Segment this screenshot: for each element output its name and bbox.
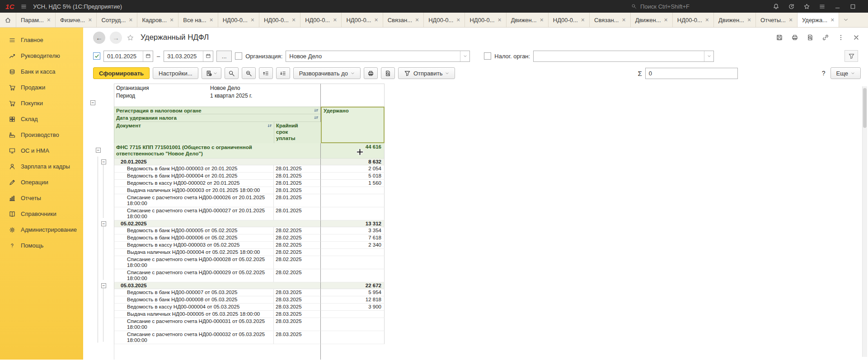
tab-1[interactable]: Парам...× xyxy=(16,13,56,27)
global-search[interactable]: Поиск Ctrl+Shift+F xyxy=(631,3,767,10)
tab-4[interactable]: Кадров...× xyxy=(137,13,178,27)
sidebar-item-catalogs[interactable]: Справочники xyxy=(0,206,83,222)
tab-close-icon[interactable]: × xyxy=(705,17,709,23)
withhold-date-header-cell[interactable]: Дата удержания налога xyxy=(114,114,320,122)
find-clear-button[interactable] xyxy=(242,67,256,79)
filter-settings-button[interactable] xyxy=(845,50,858,62)
tab-close-icon[interactable]: × xyxy=(88,17,92,23)
save-icon[interactable] xyxy=(776,34,783,41)
deadline-cell[interactable]: 28.02.2025 xyxy=(273,242,321,249)
deadline-cell[interactable]: 28.02.2025 xyxy=(273,269,321,282)
minimize-icon[interactable] xyxy=(834,3,841,10)
document-cell[interactable]: Ведомость в кассу НД00-000003 от 05.02.2… xyxy=(114,242,273,249)
document-cell[interactable]: Ведомость в банк НД00-000007 от 05.03.20… xyxy=(114,289,273,296)
tab-list-button[interactable] xyxy=(839,13,853,27)
tab-close-icon[interactable]: × xyxy=(540,17,544,23)
document-cell[interactable]: Выдача наличных НД00-000004 от 05.02.202… xyxy=(114,249,273,256)
tax-authority-combo[interactable] xyxy=(533,51,714,62)
tab-close-icon[interactable]: × xyxy=(456,17,460,23)
print-preview-icon[interactable] xyxy=(807,34,814,41)
link-icon[interactable] xyxy=(822,34,829,41)
amount-cell[interactable] xyxy=(321,207,385,220)
deadline-cell[interactable]: 28.02.2025 xyxy=(273,256,321,269)
amount-cell[interactable]: 5 954 xyxy=(321,289,385,296)
period-more-button[interactable]: ... xyxy=(216,51,232,62)
maximize-icon[interactable] xyxy=(849,3,856,10)
more-actions-icon[interactable] xyxy=(837,34,845,41)
tab-14[interactable]: НД00-0...× xyxy=(549,13,590,27)
tab-close-icon[interactable]: × xyxy=(830,17,834,23)
printer-icon[interactable] xyxy=(791,34,798,41)
fns-total-cell[interactable]: 44 616 xyxy=(321,143,385,159)
deadline-cell[interactable]: 28.03.2025 xyxy=(273,296,321,304)
sidebar-item-operations[interactable]: Операции xyxy=(0,174,83,190)
tab-9[interactable]: НД00-0...× xyxy=(342,13,383,27)
tab-2[interactable]: Физиче...× xyxy=(56,13,97,27)
collapse-group-icon[interactable]: − xyxy=(101,159,106,164)
favorites-icon[interactable] xyxy=(803,3,810,10)
service-menu-icon[interactable] xyxy=(819,3,826,10)
tab-12[interactable]: НД00-0...× xyxy=(465,13,506,27)
tax-authority-checkbox[interactable] xyxy=(484,52,491,60)
deadline-cell[interactable]: 28.02.2025 xyxy=(273,227,321,234)
combo-dropdown-button[interactable] xyxy=(704,51,713,61)
fns-name-cell[interactable]: ФНС 7715 КПП 771501001 (Общество с огран… xyxy=(114,143,321,159)
tab-close-icon[interactable]: × xyxy=(129,17,132,23)
amount-cell[interactable]: 3 900 xyxy=(321,304,385,311)
tab-close-icon[interactable]: × xyxy=(210,17,213,23)
amount-cell[interactable]: 12 818 xyxy=(321,296,385,304)
autosum-field[interactable]: 0 xyxy=(645,68,738,79)
document-cell[interactable]: Ведомость в банк НД00-000003 от 20.01.20… xyxy=(114,165,273,173)
tab-17[interactable]: НД00-0...× xyxy=(673,13,714,27)
meta-org-cell[interactable]: Организация Новое Дело xyxy=(114,84,321,92)
amount-cell[interactable]: 3 354 xyxy=(321,227,385,234)
tab-close-icon[interactable]: × xyxy=(789,17,793,23)
collapse-levels-button[interactable] xyxy=(259,67,273,79)
back-button[interactable]: ← xyxy=(93,32,105,44)
sidebar-item-main[interactable]: Главное xyxy=(0,32,83,48)
sidebar-item-help[interactable]: Помощь xyxy=(0,238,83,253)
tab-close-icon[interactable]: × xyxy=(581,17,585,23)
amount-cell[interactable]: 5 018 xyxy=(321,173,385,180)
report-variants-button[interactable] xyxy=(202,67,221,79)
sidebar-item-production[interactable]: Производство xyxy=(0,127,83,143)
sidebar-item-administration[interactable]: Администрирование xyxy=(0,222,83,238)
amount-cell[interactable] xyxy=(321,256,385,269)
expand-to-button[interactable]: Разворачивать до xyxy=(293,67,361,79)
meta-empty-cell[interactable] xyxy=(321,92,385,100)
organization-combo[interactable]: Новое Дело xyxy=(286,51,470,62)
home-tab[interactable] xyxy=(0,13,16,27)
tab-19[interactable]: Отчеты...× xyxy=(756,13,798,27)
meta-empty-cell[interactable] xyxy=(321,84,385,92)
deadline-cell[interactable]: 28.03.2025 xyxy=(273,289,321,296)
combo-dropdown-button[interactable] xyxy=(460,51,469,61)
tab-13[interactable]: Движен...× xyxy=(507,13,549,27)
document-cell[interactable]: Ведомость в банк НД00-000008 от 05.03.20… xyxy=(114,296,273,304)
group-total-cell[interactable]: 8 632 xyxy=(321,159,385,165)
forward-button[interactable]: → xyxy=(110,32,122,44)
sidebar-item-bank[interactable]: Банк и касса xyxy=(0,64,83,79)
deadline-cell[interactable]: 28.03.2025 xyxy=(273,331,321,344)
sidebar-item-warehouse[interactable]: Склад xyxy=(0,111,83,127)
amount-cell[interactable] xyxy=(321,311,385,318)
generate-button[interactable]: Сформировать xyxy=(93,67,150,79)
amount-cell[interactable] xyxy=(321,318,385,331)
document-cell[interactable]: Выдача наличных НД00-000003 от 20.01.202… xyxy=(114,187,273,194)
document-cell[interactable]: Ведомость в кассу НД00-000002 от 20.01.2… xyxy=(114,180,273,187)
help-button[interactable]: ? xyxy=(820,70,827,77)
document-cell[interactable]: Ведомость в банк НД00-000005 от 05.02.20… xyxy=(114,227,273,234)
print-button[interactable] xyxy=(364,67,378,79)
sidebar-item-reports[interactable]: Отчеты xyxy=(0,190,83,206)
deadline-cell[interactable]: 28.01.2025 xyxy=(273,165,321,173)
deadline-cell[interactable]: 28.01.2025 xyxy=(273,187,321,194)
sidebar-item-manager[interactable]: Руководителю xyxy=(0,48,83,64)
tab-8[interactable]: НД00-0...× xyxy=(300,13,342,27)
vertical-scrollbar[interactable] xyxy=(862,86,867,357)
group-date-cell[interactable]: 20.01.2025 xyxy=(114,159,321,165)
collapse-all-icon[interactable]: − xyxy=(90,100,95,105)
tab-15[interactable]: Связан...× xyxy=(590,13,631,27)
tab-close-icon[interactable]: × xyxy=(170,17,174,23)
collapse-fns-icon[interactable]: − xyxy=(96,148,101,153)
tab-close-icon[interactable]: × xyxy=(622,17,625,23)
amount-cell[interactable] xyxy=(321,269,385,282)
